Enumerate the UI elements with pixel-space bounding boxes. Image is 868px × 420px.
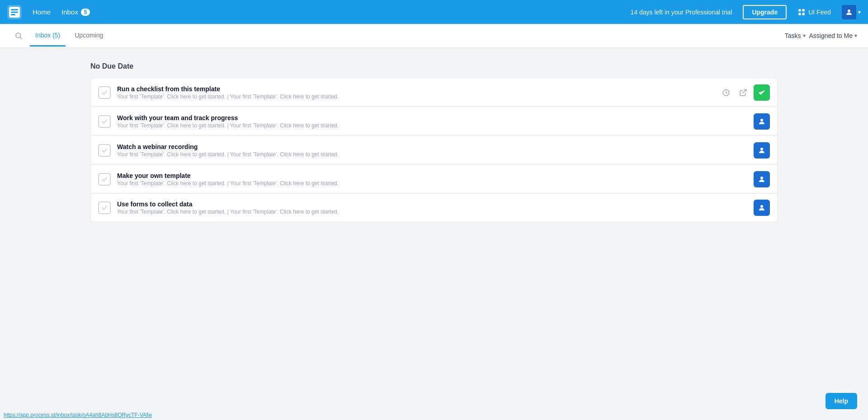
svg-point-10 [16, 33, 21, 38]
user-icon [758, 204, 766, 212]
app-logo[interactable] [7, 5, 22, 19]
task-checkbox[interactable] [98, 86, 111, 99]
search-button[interactable] [11, 28, 26, 43]
status-url: https://app.process.st/inbox/task/oA4ah8… [4, 412, 152, 418]
checkbox-icon [101, 89, 108, 96]
task-user-avatar[interactable] [754, 142, 770, 159]
svg-rect-6 [802, 9, 805, 11]
task-title: Work with your team and track progress [117, 114, 754, 121]
task-actions [754, 171, 770, 187]
task-user-avatar[interactable] [754, 113, 770, 130]
avatar-chevron-down-icon: ▾ [858, 9, 861, 15]
section-title: No Due Date [90, 62, 778, 70]
timer-icon[interactable] [719, 86, 733, 99]
user-avatar [842, 5, 856, 19]
task-list: Run a checklist from this templateYour f… [90, 78, 778, 222]
avatar-dropdown[interactable]: ▾ [842, 5, 861, 19]
task-meta: Your first 'Template'. Click here to get… [117, 209, 754, 215]
svg-line-13 [743, 89, 746, 93]
top-navigation: Home Inbox 5 14 days left in your Profes… [0, 0, 868, 24]
task-row[interactable]: Watch a webinar recordingYour first 'Tem… [90, 135, 778, 164]
task-info: Use forms to collect dataYour first 'Tem… [117, 201, 754, 215]
help-button[interactable]: Help [826, 393, 857, 409]
assigned-dropdown-label: Assigned to Me [809, 32, 853, 39]
user-icon [758, 146, 766, 154]
checkbox-icon [101, 118, 108, 125]
tasks-dropdown-label: Tasks [785, 32, 801, 39]
task-checkbox[interactable] [98, 115, 111, 128]
upgrade-button[interactable]: Upgrade [743, 5, 787, 19]
task-meta: Your first 'Template'. Click here to get… [117, 122, 754, 129]
task-info: Watch a webinar recordingYour first 'Tem… [117, 143, 754, 158]
tab-upcoming[interactable]: Upcoming [69, 25, 108, 47]
task-title: Watch a webinar recording [117, 143, 754, 150]
task-actions [754, 200, 770, 216]
svg-rect-8 [802, 13, 805, 15]
task-row[interactable]: Run a checklist from this templateYour f… [90, 78, 778, 107]
svg-point-9 [848, 9, 850, 12]
task-info: Run a checklist from this templateYour f… [117, 85, 719, 100]
external-link-icon[interactable] [736, 86, 750, 99]
svg-rect-5 [798, 9, 801, 11]
svg-point-14 [760, 119, 763, 121]
assigned-to-me-dropdown[interactable]: Assigned to Me ▾ [809, 32, 858, 39]
svg-line-11 [20, 37, 22, 39]
task-info: Work with your team and track progressYo… [117, 114, 754, 129]
assigned-chevron-down-icon: ▾ [854, 33, 857, 39]
inbox-nav-link[interactable]: Inbox 5 [61, 8, 90, 16]
task-title: Make your own template [117, 172, 754, 179]
task-checkbox[interactable] [98, 201, 111, 214]
tasks-dropdown[interactable]: Tasks ▾ [785, 32, 806, 39]
ui-feed-link[interactable]: UI Feed [797, 8, 831, 16]
task-row[interactable]: Work with your team and track progressYo… [90, 107, 778, 135]
inbox-label: Inbox [61, 8, 78, 16]
checkmark-icon [758, 89, 766, 97]
svg-rect-2 [11, 9, 18, 10]
task-meta: Your first 'Template'. Click here to get… [117, 151, 754, 158]
task-row[interactable]: Use forms to collect dataYour first 'Tem… [90, 193, 778, 222]
user-icon [758, 175, 766, 183]
svg-point-16 [760, 177, 763, 179]
trial-text: 14 days left in your Professional trial [631, 9, 732, 16]
home-nav-link[interactable]: Home [33, 8, 51, 16]
task-info: Make your own templateYour first 'Templa… [117, 172, 754, 187]
task-checkbox[interactable] [98, 173, 111, 186]
ui-feed-icon [797, 8, 806, 16]
task-meta: Your first 'Template'. Click here to get… [117, 93, 719, 100]
task-title: Run a checklist from this template [117, 85, 719, 93]
user-icon [758, 117, 766, 126]
task-actions [754, 113, 770, 130]
svg-rect-4 [11, 14, 15, 15]
task-user-avatar[interactable] [754, 200, 770, 216]
task-user-avatar[interactable] [754, 171, 770, 187]
svg-rect-7 [798, 13, 801, 15]
svg-point-15 [760, 148, 763, 150]
checkbox-icon [101, 176, 108, 182]
task-actions [719, 84, 770, 101]
inbox-badge: 5 [81, 9, 90, 16]
tab-inbox[interactable]: Inbox (5) [30, 25, 66, 47]
main-content: No Due Date Run a checklist from this te… [0, 48, 868, 420]
task-checkbox[interactable] [98, 144, 111, 157]
svg-point-17 [760, 205, 763, 208]
task-actions [754, 142, 770, 159]
checkbox-icon [101, 147, 108, 154]
complete-button[interactable] [754, 84, 770, 101]
svg-rect-3 [11, 11, 18, 13]
task-meta: Your first 'Template'. Click here to get… [117, 180, 754, 187]
tasks-chevron-down-icon: ▾ [803, 33, 806, 39]
search-icon [14, 32, 23, 40]
status-bar: https://app.process.st/inbox/task/oA4ah8… [0, 410, 156, 420]
checkbox-icon [101, 205, 108, 211]
task-row[interactable]: Make your own templateYour first 'Templa… [90, 164, 778, 193]
task-title: Use forms to collect data [117, 201, 754, 208]
ui-feed-label: UI Feed [808, 9, 831, 16]
sub-navigation: Inbox (5) Upcoming Tasks ▾ Assigned to M… [0, 24, 868, 48]
